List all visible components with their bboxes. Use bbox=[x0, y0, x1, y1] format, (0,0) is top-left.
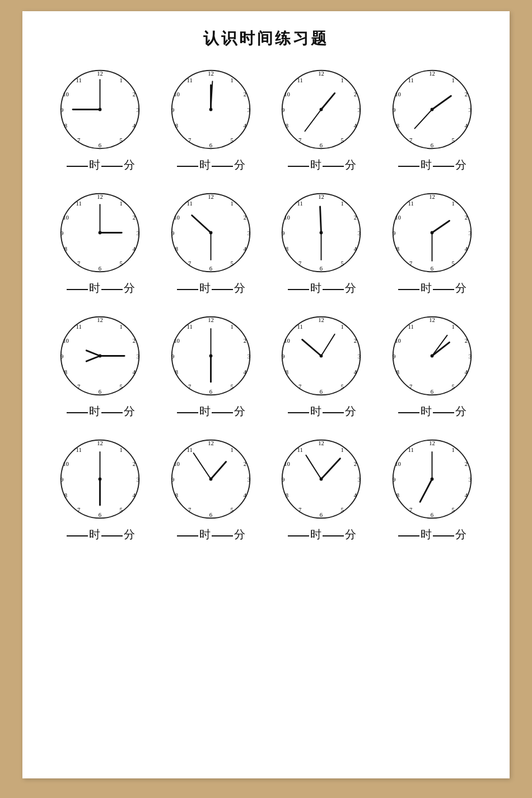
clock-group-8: 12 1 2 3 4 5 6 7 8 9 10 11 bbox=[379, 189, 485, 296]
svg-text:4: 4 bbox=[465, 492, 468, 498]
svg-text:10: 10 bbox=[284, 214, 290, 221]
svg-text:12: 12 bbox=[429, 440, 435, 446]
svg-text:1: 1 bbox=[341, 200, 344, 207]
clock-group-4: 12 1 2 3 4 5 6 7 8 9 10 11 bbox=[379, 66, 485, 172]
svg-text:12: 12 bbox=[429, 71, 435, 77]
shi-char-5: 时 bbox=[89, 281, 100, 296]
svg-text:12: 12 bbox=[208, 317, 214, 323]
svg-text:6: 6 bbox=[320, 512, 323, 518]
svg-text:6: 6 bbox=[209, 142, 212, 148]
svg-text:5: 5 bbox=[230, 507, 233, 513]
svg-text:3: 3 bbox=[468, 107, 471, 113]
min-blank-2 bbox=[212, 166, 233, 167]
svg-text:7: 7 bbox=[409, 384, 413, 390]
svg-text:6: 6 bbox=[99, 389, 101, 395]
svg-text:6: 6 bbox=[431, 512, 433, 518]
svg-text:10: 10 bbox=[174, 91, 180, 97]
svg-text:11: 11 bbox=[297, 324, 303, 330]
svg-text:5: 5 bbox=[341, 384, 344, 390]
svg-text:8: 8 bbox=[396, 246, 399, 252]
svg-text:5: 5 bbox=[451, 384, 454, 390]
fen-char-11: 分 bbox=[345, 404, 356, 419]
svg-text:1: 1 bbox=[451, 200, 454, 207]
svg-text:10: 10 bbox=[63, 461, 69, 467]
fen-char-3: 分 bbox=[345, 157, 356, 172]
svg-text:4: 4 bbox=[354, 369, 357, 375]
svg-text:4: 4 bbox=[244, 123, 247, 129]
hour-blank-4 bbox=[398, 166, 419, 167]
svg-text:11: 11 bbox=[408, 200, 413, 207]
svg-text:12: 12 bbox=[318, 71, 324, 77]
time-label-6: 时 分 bbox=[166, 281, 255, 296]
clock-9: 12 1 2 3 4 5 6 7 8 9 10 11 bbox=[57, 312, 143, 399]
svg-point-145 bbox=[99, 354, 102, 358]
min-blank-9 bbox=[101, 412, 123, 413]
svg-text:3: 3 bbox=[247, 353, 250, 360]
svg-text:2: 2 bbox=[244, 91, 246, 97]
shi-char-13: 时 bbox=[89, 527, 100, 542]
svg-text:6: 6 bbox=[320, 265, 323, 272]
svg-text:12: 12 bbox=[97, 194, 103, 200]
min-blank-8 bbox=[433, 289, 454, 290]
svg-text:1: 1 bbox=[451, 447, 454, 453]
svg-text:6: 6 bbox=[99, 265, 101, 272]
svg-text:6: 6 bbox=[209, 265, 212, 272]
svg-text:9: 9 bbox=[171, 230, 174, 236]
svg-text:4: 4 bbox=[354, 123, 357, 129]
time-label-13: 时 分 bbox=[55, 527, 145, 542]
svg-text:9: 9 bbox=[282, 477, 284, 483]
clock-10: 12 1 2 3 4 5 6 7 8 9 10 11 bbox=[167, 312, 254, 399]
svg-text:6: 6 bbox=[320, 389, 323, 395]
svg-text:11: 11 bbox=[408, 324, 413, 330]
svg-text:1: 1 bbox=[120, 324, 123, 330]
svg-text:2: 2 bbox=[244, 461, 246, 467]
shi-char-14: 时 bbox=[199, 527, 211, 542]
clock-svg-16: 12 1 2 3 4 5 6 7 8 9 10 11 bbox=[389, 436, 475, 522]
svg-text:7: 7 bbox=[188, 384, 192, 390]
svg-text:3: 3 bbox=[358, 477, 361, 483]
svg-text:8: 8 bbox=[175, 492, 178, 498]
svg-text:3: 3 bbox=[358, 230, 361, 236]
svg-text:4: 4 bbox=[133, 492, 136, 498]
min-blank-5 bbox=[101, 289, 123, 290]
svg-text:10: 10 bbox=[395, 91, 401, 97]
min-blank-16 bbox=[433, 535, 454, 536]
svg-text:2: 2 bbox=[354, 461, 357, 467]
fen-char-7: 分 bbox=[345, 281, 356, 296]
svg-text:11: 11 bbox=[186, 324, 192, 330]
svg-text:5: 5 bbox=[451, 507, 454, 513]
svg-text:9: 9 bbox=[60, 107, 63, 113]
svg-text:5: 5 bbox=[120, 507, 123, 513]
svg-text:6: 6 bbox=[209, 512, 212, 518]
svg-text:8: 8 bbox=[175, 369, 178, 375]
clock-group-15: 12 1 2 3 4 5 6 7 8 9 10 11 bbox=[268, 436, 375, 542]
svg-text:8: 8 bbox=[396, 123, 399, 129]
time-label-3: 时 分 bbox=[277, 157, 366, 172]
svg-text:2: 2 bbox=[354, 91, 357, 97]
clock-12: 12 1 2 3 4 5 6 7 8 9 10 11 bbox=[389, 312, 475, 399]
shi-char-15: 时 bbox=[310, 527, 321, 542]
svg-text:10: 10 bbox=[174, 338, 180, 344]
svg-text:4: 4 bbox=[244, 246, 247, 252]
svg-point-95 bbox=[209, 231, 212, 235]
svg-text:7: 7 bbox=[188, 137, 192, 143]
svg-point-209 bbox=[99, 478, 102, 481]
fen-char-5: 分 bbox=[124, 281, 135, 296]
svg-text:9: 9 bbox=[282, 107, 284, 113]
time-label-9: 时 分 bbox=[55, 404, 145, 419]
svg-text:8: 8 bbox=[64, 123, 67, 129]
svg-point-31 bbox=[209, 108, 212, 111]
clock-group-14: 12 1 2 3 4 5 6 7 8 9 10 11 bbox=[157, 436, 264, 542]
svg-text:8: 8 bbox=[286, 123, 288, 129]
svg-text:3: 3 bbox=[468, 477, 471, 483]
time-label-15: 时 分 bbox=[277, 527, 366, 542]
hour-blank-6 bbox=[177, 289, 198, 290]
svg-text:9: 9 bbox=[393, 107, 395, 113]
hour-blank-5 bbox=[67, 289, 88, 290]
clock-15: 12 1 2 3 4 5 6 7 8 9 10 11 bbox=[278, 436, 365, 522]
svg-text:6: 6 bbox=[431, 142, 433, 148]
svg-text:2: 2 bbox=[465, 91, 468, 97]
svg-line-110 bbox=[320, 207, 321, 233]
svg-text:9: 9 bbox=[60, 353, 63, 360]
clock-13: 12 1 2 3 4 5 6 7 8 9 10 11 bbox=[57, 436, 143, 522]
